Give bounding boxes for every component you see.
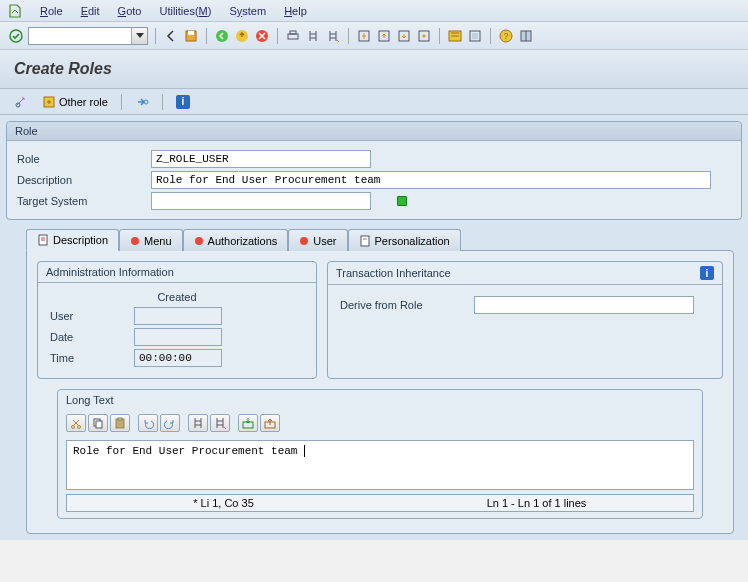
main-toolbar: ? xyxy=(0,22,748,50)
role-panel: Role Role Description Target System xyxy=(6,121,742,220)
svg-rect-16 xyxy=(472,33,478,39)
admin-time-input xyxy=(134,349,222,367)
svg-rect-7 xyxy=(290,31,296,34)
long-text-area[interactable]: Role for End User Procurement team xyxy=(66,440,694,490)
find-next-icon[interactable] xyxy=(325,28,341,44)
admin-date-input xyxy=(134,328,222,346)
target-system-input[interactable] xyxy=(151,192,371,210)
admin-time-label: Time xyxy=(50,352,130,364)
prev-page-icon[interactable] xyxy=(376,28,392,44)
status-lines: Ln 1 - Ln 1 of 1 lines xyxy=(380,497,693,509)
save-icon[interactable] xyxy=(183,28,199,44)
svg-point-29 xyxy=(300,237,308,245)
check-icon[interactable] xyxy=(8,28,24,44)
description-input[interactable] xyxy=(151,171,711,189)
svg-point-33 xyxy=(78,426,81,429)
description-label: Description xyxy=(17,174,147,186)
tab-description[interactable]: Description xyxy=(26,229,119,251)
admin-info-box: Administration Information Created User … xyxy=(37,261,317,379)
redo-icon[interactable] xyxy=(160,414,180,432)
menu-system[interactable]: System xyxy=(229,5,266,17)
tab-personalization[interactable]: Personalization xyxy=(348,229,461,251)
copy-icon[interactable] xyxy=(88,414,108,432)
title-area: Create Roles xyxy=(0,50,748,89)
svg-rect-30 xyxy=(361,236,369,246)
svg-rect-37 xyxy=(118,418,122,420)
role-input[interactable] xyxy=(151,150,371,168)
menubar: Role Edit Goto Utilities(M) System Help xyxy=(0,0,748,22)
app-toolbar: Other role i xyxy=(0,89,748,115)
shortcut-icon[interactable] xyxy=(467,28,483,44)
inheritance-box: Transaction Inheritance i Derive from Ro… xyxy=(327,261,723,379)
menu-edit[interactable]: Edit xyxy=(81,5,100,17)
tab-menu[interactable]: Menu xyxy=(119,229,183,251)
other-role-button[interactable]: Other role xyxy=(38,93,112,111)
info-icon: i xyxy=(176,95,190,109)
admin-date-label: Date xyxy=(50,331,130,343)
toggle-display-icon[interactable] xyxy=(10,93,32,111)
svg-point-3 xyxy=(216,30,228,42)
print-icon[interactable] xyxy=(285,28,301,44)
tab-strip: Description Menu Authorizations User Per… xyxy=(6,228,742,250)
next-page-icon[interactable] xyxy=(396,28,412,44)
svg-point-27 xyxy=(131,237,139,245)
layout-icon[interactable] xyxy=(518,28,534,44)
role-label: Role xyxy=(17,153,147,165)
svg-rect-2 xyxy=(188,31,194,35)
menu-role[interactable]: Role xyxy=(40,5,63,17)
long-text-panel: Long Text Role for End User Procurement … xyxy=(57,389,703,519)
admin-info-header: Administration Information xyxy=(38,262,316,283)
help-icon[interactable]: ? xyxy=(498,28,514,44)
status-pos: * Li 1, Co 35 xyxy=(67,497,380,509)
long-text-toolbar xyxy=(58,410,702,436)
info-button[interactable]: i xyxy=(172,93,194,111)
app-icon xyxy=(8,4,22,18)
inheritance-header: Transaction Inheritance xyxy=(336,267,451,279)
undo-icon[interactable] xyxy=(138,414,158,432)
command-field[interactable] xyxy=(28,27,148,45)
long-text-status: * Li 1, Co 35 Ln 1 - Ln 1 of 1 lines xyxy=(66,494,694,512)
exit-yellow-icon[interactable] xyxy=(234,28,250,44)
svg-point-28 xyxy=(195,237,203,245)
cut-icon[interactable] xyxy=(66,414,86,432)
svg-text:?: ? xyxy=(503,31,508,41)
svg-rect-6 xyxy=(288,34,298,39)
created-header: Created xyxy=(50,291,304,303)
role-panel-header: Role xyxy=(7,122,741,141)
lt-find-icon[interactable] xyxy=(188,414,208,432)
back-green-icon[interactable] xyxy=(214,28,230,44)
tab-content: Administration Information Created User … xyxy=(26,250,734,534)
svg-rect-35 xyxy=(96,421,102,428)
svg-point-32 xyxy=(72,426,75,429)
first-page-icon[interactable] xyxy=(356,28,372,44)
menu-utilities[interactable]: Utilities(M) xyxy=(159,5,211,17)
page-title: Create Roles xyxy=(14,60,734,78)
back-icon[interactable] xyxy=(163,28,179,44)
chevron-down-icon[interactable] xyxy=(131,28,147,44)
admin-user-input xyxy=(134,307,222,325)
save-local-icon[interactable] xyxy=(260,414,280,432)
info-icon[interactable]: i xyxy=(700,266,714,280)
target-system-label: Target System xyxy=(17,195,147,207)
inherit-icon[interactable] xyxy=(131,93,153,111)
last-page-icon[interactable] xyxy=(416,28,432,44)
new-session-icon[interactable] xyxy=(447,28,463,44)
derive-label: Derive from Role xyxy=(340,299,470,311)
load-icon[interactable] xyxy=(238,414,258,432)
content-area: Role Role Description Target System Desc… xyxy=(0,115,748,540)
paste-icon[interactable] xyxy=(110,414,130,432)
menu-help[interactable]: Help xyxy=(284,5,307,17)
admin-user-label: User xyxy=(50,310,130,322)
cancel-red-icon[interactable] xyxy=(254,28,270,44)
tab-authorizations[interactable]: Authorizations xyxy=(183,229,289,251)
find-icon[interactable] xyxy=(305,28,321,44)
long-text-header: Long Text xyxy=(58,390,702,410)
derive-input[interactable] xyxy=(474,296,694,314)
menu-goto[interactable]: Goto xyxy=(118,5,142,17)
lt-find-next-icon[interactable] xyxy=(210,414,230,432)
status-indicator xyxy=(397,196,407,206)
tab-user[interactable]: User xyxy=(288,229,347,251)
